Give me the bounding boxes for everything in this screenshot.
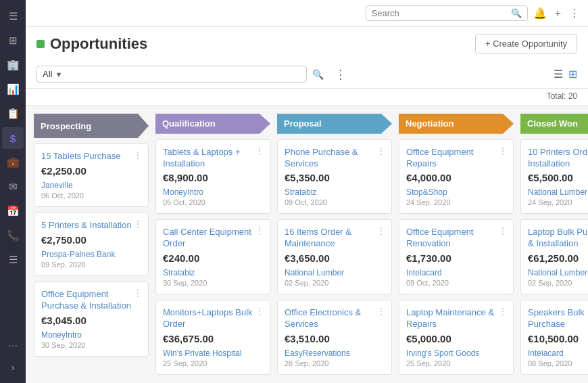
card-menu-icon[interactable]: ⋮ xyxy=(133,150,143,160)
column-header-qualification: Qualification xyxy=(155,114,270,134)
sidebar-briefcase[interactable]: 💼 xyxy=(2,152,24,173)
column-negotiation: Negotiation ⋮ Office Equipment Repairs €… xyxy=(399,114,514,375)
card-menu-icon[interactable]: ⋮ xyxy=(133,288,143,298)
card-amount: €1,730.00 xyxy=(406,252,506,264)
sidebar-collapse[interactable]: › xyxy=(2,356,24,378)
table-row[interactable]: ⋮ 15 Tablets Purchase €2,250.00 Janevill… xyxy=(34,143,149,207)
create-opportunity-button[interactable]: + Create Opportunity xyxy=(475,34,577,53)
card-date: 08 Sep, 2020 xyxy=(528,359,588,367)
card-amount: €5,000.00 xyxy=(406,333,506,344)
column-qualification: Qualification ⋮ Tablets & Laptops + Inst… xyxy=(155,114,270,375)
total-row: Total: 20 xyxy=(26,89,588,106)
sidebar-menu[interactable]: ☰ xyxy=(2,5,24,27)
table-row[interactable]: ⋮ Call Center Equipment Order €240.00 St… xyxy=(155,219,270,294)
card-menu-icon[interactable]: ⋮ xyxy=(376,145,386,156)
card-company: Stop&Shop xyxy=(406,187,506,197)
card-company: Win's Private Hospital xyxy=(163,348,263,358)
plus-icon[interactable]: + xyxy=(555,7,561,20)
sidebar-clipboard[interactable]: 📋 xyxy=(2,103,24,125)
filter-options-icon[interactable]: ⋮ xyxy=(335,67,347,82)
card-amount: €3,510.00 xyxy=(285,333,385,344)
card-title: Office Equipment Renovation xyxy=(406,227,497,250)
sidebar: ☰ ⊞ 🏢 📊 📋 $ 💼 ✉ 📅 📞 ☰ … › xyxy=(0,0,26,383)
page-title-row: Opportunities + Create Opportunity xyxy=(36,34,577,53)
card-menu-icon[interactable]: ⋮ xyxy=(133,219,143,229)
search-box[interactable]: 🔍 xyxy=(366,5,528,21)
card-title: Monitors+Laptops Bulk Order xyxy=(163,307,253,330)
card-title: Laptop Maintenance & Repairs xyxy=(406,307,497,330)
card-date: 09 Sep, 2020 xyxy=(41,261,141,269)
sidebar-more[interactable]: … xyxy=(2,332,24,353)
table-row[interactable]: ⋮ Office Equipment Repairs €4,000.00 Sto… xyxy=(399,139,514,215)
search-input[interactable] xyxy=(372,8,507,18)
filter-row: All ▼ 🔍 ⋮ ☰ ⊞ xyxy=(36,60,577,88)
kanban-view-icon[interactable]: ⊞ xyxy=(568,68,577,81)
card-amount: €2,250.00 xyxy=(41,165,141,177)
card-menu-icon[interactable]: ⋮ xyxy=(255,145,264,156)
table-row[interactable]: ⋮ Office Electronics & Services €3,510.0… xyxy=(277,300,392,375)
card-date: 25 Sep, 2020 xyxy=(406,359,506,367)
card-amount: €10,500.00 xyxy=(528,333,588,344)
table-row[interactable]: ⋮ Office Equipment Purchase & Installati… xyxy=(34,281,149,357)
sidebar-chart[interactable]: 📊 xyxy=(2,78,24,100)
table-row[interactable]: ⋮ Monitors+Laptops Bulk Order €36,675.00… xyxy=(155,300,270,375)
kebab-icon[interactable]: ⋮ xyxy=(569,7,580,20)
card-amount: €3,045.00 xyxy=(41,315,141,326)
filter-dropdown[interactable]: All ▼ xyxy=(36,66,307,83)
sidebar-mail[interactable]: ✉ xyxy=(2,176,24,198)
table-row[interactable]: ⋮ 5 Printers & Installation €2,750.00 Pr… xyxy=(34,212,149,276)
filter-search-icon[interactable]: 🔍 xyxy=(312,69,324,80)
card-menu-icon[interactable]: ⋮ xyxy=(498,225,508,236)
bell-icon[interactable]: 🔔 xyxy=(533,7,547,20)
card-menu-icon[interactable]: ⋮ xyxy=(376,306,386,317)
main-content: 🔍 🔔 + ⋮ Opportunities + Create Opportuni… xyxy=(26,0,588,383)
card-date: 02 Sep, 2020 xyxy=(528,279,588,287)
sidebar-dollar[interactable]: $ xyxy=(2,127,24,149)
card-menu-icon[interactable]: ⋮ xyxy=(498,306,508,317)
table-row[interactable]: ⋮ 16 Items Order & Maintenance €3,650.00… xyxy=(277,219,392,294)
title-dot xyxy=(36,40,45,48)
card-menu-icon[interactable]: ⋮ xyxy=(255,306,264,317)
table-row[interactable]: ⋮ Laptop Bulk Purchase & Installation €6… xyxy=(520,219,588,294)
list-view-icon[interactable]: ☰ xyxy=(554,68,563,81)
sidebar-building[interactable]: 🏢 xyxy=(2,54,24,76)
sidebar-phone[interactable]: 📞 xyxy=(2,225,24,246)
table-row[interactable]: ⋮ Office Equipment Renovation €1,730.00 … xyxy=(399,219,514,294)
card-title: Tablets & Laptops + Installation xyxy=(163,147,253,170)
column-header-negotiation: Negotiation xyxy=(399,114,514,134)
column-header-prospecting: Prospecting xyxy=(34,114,149,138)
table-row[interactable]: ⋮ Tablets & Laptops + Installation €8,90… xyxy=(155,139,270,215)
column-header-proposal: Proposal xyxy=(277,114,392,134)
table-row[interactable]: ⋮ 10 Printers Order & Installation €5,50… xyxy=(520,139,588,215)
card-company: EasyReservations xyxy=(285,348,385,358)
page-header: Opportunities + Create Opportunity All ▼… xyxy=(26,27,588,89)
card-company: MoneyIntro xyxy=(41,330,141,340)
sidebar-list[interactable]: ☰ xyxy=(2,249,24,271)
card-menu-icon[interactable]: ⋮ xyxy=(255,225,264,236)
table-row[interactable]: ⋮ Laptop Maintenance & Repairs €5,000.00… xyxy=(399,300,514,375)
card-title: Office Equipment Repairs xyxy=(406,147,497,170)
card-menu-icon[interactable]: ⋮ xyxy=(376,225,386,236)
card-date: 05 Oct, 2020 xyxy=(163,198,263,206)
card-title: 16 Items Order & Maintenance xyxy=(285,227,375,250)
card-amount: €4,000.00 xyxy=(406,172,506,183)
card-date: 09 Oct, 2020 xyxy=(406,279,506,287)
card-amount: €2,750.00 xyxy=(41,234,141,246)
sidebar-calendar[interactable]: 📅 xyxy=(2,200,24,222)
card-title: Laptop Bulk Purchase & Installation xyxy=(528,227,588,250)
card-amount: €240.00 xyxy=(163,252,263,264)
card-company: MoneyIntro xyxy=(163,187,263,197)
filter-label: All xyxy=(43,69,52,79)
table-row[interactable]: ⋮ Speakers Bulk Purchase €10,500.00 Inte… xyxy=(520,300,588,375)
table-row[interactable]: ⋮ Phone Purchase & Services €5,350.00 St… xyxy=(277,139,392,215)
sidebar-grid[interactable]: ⊞ xyxy=(2,30,24,51)
card-company: Prospa-Palnes Bank xyxy=(41,250,141,259)
page-title-text: Opportunities xyxy=(50,35,147,53)
card-amount: €8,900.00 xyxy=(163,172,263,183)
card-menu-icon[interactable]: ⋮ xyxy=(498,145,508,156)
kanban-board: Prospecting ⋮ 15 Tablets Purchase €2,250… xyxy=(26,106,588,383)
card-title: 5 Printers & Installation xyxy=(41,220,132,231)
card-amount: €36,675.00 xyxy=(163,333,263,344)
card-title: Speakers Bulk Purchase xyxy=(528,307,588,330)
card-company: National Lumber xyxy=(285,268,385,277)
